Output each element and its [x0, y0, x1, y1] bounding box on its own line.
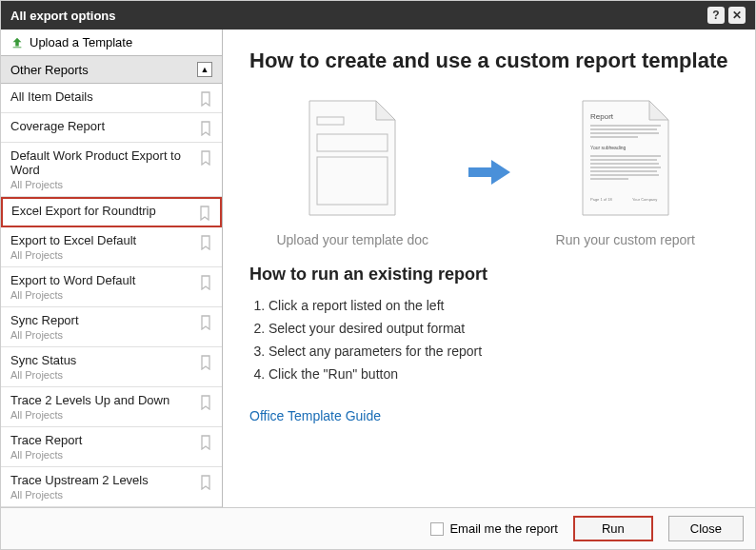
- svg-rect-10: [590, 155, 661, 157]
- report-name: Export to Excel Default: [10, 233, 193, 247]
- email-report-checkbox[interactable]: Email me the report: [430, 521, 557, 536]
- svg-rect-0: [13, 47, 22, 48]
- report-item[interactable]: Sync StatusAll Projects: [1, 347, 222, 387]
- report-name: Export to Word Default: [10, 273, 193, 287]
- diagram-report-label: Run your custom report: [523, 232, 729, 247]
- step-item: Select your desired output format: [269, 317, 728, 340]
- group-header-title: Other Reports: [10, 63, 197, 77]
- email-report-label: Email me the report: [449, 521, 557, 536]
- report-name: Trace Upstream 2 Levels: [10, 473, 193, 487]
- svg-text:Page 1 of 18: Page 1 of 18: [590, 197, 612, 202]
- svg-rect-14: [590, 170, 657, 172]
- report-scope: All Projects: [10, 409, 193, 421]
- report-name: Sync Report: [10, 313, 193, 327]
- bookmark-icon[interactable]: [198, 206, 211, 221]
- report-name: Trace Report: [10, 433, 193, 447]
- bookmark-icon[interactable]: [199, 315, 212, 330]
- upload-icon: [10, 36, 24, 49]
- diagram-row: Upload your template doc Report Your sub…: [249, 96, 728, 247]
- report-item[interactable]: Trace Upstream 2 LevelsAll Projects: [1, 467, 222, 507]
- heading-run: How to run an existing report: [249, 265, 728, 285]
- report-doc-icon: Report Your subheading Page 1 of 18 Your…: [573, 96, 678, 220]
- svg-rect-5: [590, 125, 661, 127]
- report-item[interactable]: Trace ReportAll Projects: [1, 427, 222, 467]
- diagram-upload-label: Upload your template doc: [249, 232, 456, 247]
- report-scope: All Projects: [10, 329, 193, 341]
- checkbox-icon: [430, 522, 444, 536]
- svg-text:Your Company: Your Company: [632, 197, 657, 202]
- titlebar: All export options ? ✕: [1, 1, 755, 29]
- bookmark-icon[interactable]: [199, 435, 212, 450]
- report-scope: All Projects: [10, 369, 193, 381]
- bookmark-icon[interactable]: [199, 121, 212, 136]
- step-item: Click a report listed on the left: [269, 294, 728, 317]
- svg-rect-15: [590, 174, 659, 176]
- report-item[interactable]: Export to Word DefaultAll Projects: [1, 267, 222, 307]
- dialog-title: All export options: [10, 9, 704, 23]
- step-item: Select any parameters for the report: [269, 340, 728, 363]
- report-scope: All Projects: [10, 289, 193, 301]
- diagram-upload: Upload your template doc: [249, 96, 456, 247]
- main-content: How to create and use a custom report te…: [223, 29, 755, 507]
- svg-rect-7: [590, 132, 659, 134]
- svg-rect-6: [590, 128, 657, 130]
- svg-rect-16: [590, 178, 628, 180]
- report-scope: All Projects: [10, 179, 193, 190]
- report-item[interactable]: Export to Excel DefaultAll Projects: [1, 227, 222, 267]
- template-doc-icon: [300, 96, 405, 220]
- footer: Email me the report Run Close: [1, 507, 755, 549]
- report-scope: All Projects: [10, 249, 193, 261]
- report-name: All Item Details: [10, 89, 193, 104]
- report-name: Default Work Product Export to Word: [10, 148, 193, 177]
- bookmark-icon[interactable]: [199, 475, 212, 490]
- svg-rect-13: [590, 167, 661, 168]
- dialog-body: Upload a Template Other Reports ▲ All It…: [1, 29, 755, 507]
- reports-group-header[interactable]: Other Reports ▲: [1, 55, 222, 84]
- report-item[interactable]: Trace 2 Levels Up and DownAll Projects: [1, 387, 222, 427]
- close-button[interactable]: Close: [668, 516, 744, 541]
- report-name: Trace 2 Levels Up and Down: [10, 393, 193, 407]
- diagram-report: Report Your subheading Page 1 of 18 Your…: [523, 96, 729, 247]
- report-scope: All Projects: [10, 489, 193, 501]
- sidebar: Upload a Template Other Reports ▲ All It…: [1, 29, 223, 507]
- report-item[interactable]: All Item Details: [1, 84, 222, 113]
- report-name: Excel Export for Roundtrip: [11, 204, 192, 218]
- report-name: Coverage Report: [10, 119, 193, 133]
- help-button[interactable]: ?: [707, 7, 725, 24]
- bookmark-icon[interactable]: [199, 235, 212, 250]
- close-icon[interactable]: ✕: [728, 7, 746, 24]
- report-item[interactable]: Coverage Report: [1, 113, 222, 143]
- steps-list: Click a report listed on the leftSelect …: [269, 294, 728, 385]
- report-item[interactable]: Default Work Product Export to WordAll P…: [1, 143, 222, 197]
- bookmark-icon[interactable]: [199, 91, 212, 107]
- svg-rect-11: [590, 159, 657, 161]
- svg-rect-12: [590, 163, 659, 165]
- bookmark-icon[interactable]: [199, 275, 212, 290]
- report-scope: All Projects: [10, 449, 193, 461]
- arrow-right-icon: [468, 158, 510, 187]
- office-template-guide-link[interactable]: Office Template Guide: [249, 408, 381, 423]
- bookmark-icon[interactable]: [199, 150, 212, 166]
- bookmark-icon[interactable]: [199, 395, 212, 410]
- report-name: Sync Status: [10, 353, 193, 367]
- svg-rect-8: [590, 136, 638, 138]
- arrow-col: [466, 158, 513, 187]
- report-list: All Item DetailsCoverage ReportDefault W…: [1, 84, 222, 507]
- upload-template-button[interactable]: Upload a Template: [1, 29, 222, 55]
- export-dialog: All export options ? ✕ Upload a Template…: [0, 0, 756, 550]
- step-item: Click the "Run" button: [269, 363, 728, 385]
- bookmark-icon[interactable]: [199, 355, 212, 370]
- heading-create: How to create and use a custom report te…: [249, 49, 728, 73]
- run-button[interactable]: Run: [573, 516, 653, 541]
- upload-label: Upload a Template: [30, 35, 132, 49]
- svg-text:Report: Report: [590, 112, 614, 121]
- report-item[interactable]: Sync ReportAll Projects: [1, 307, 222, 347]
- svg-text:Your subheading: Your subheading: [590, 145, 627, 150]
- report-item[interactable]: Excel Export for Roundtrip: [1, 197, 222, 227]
- collapse-icon[interactable]: ▲: [197, 62, 212, 77]
